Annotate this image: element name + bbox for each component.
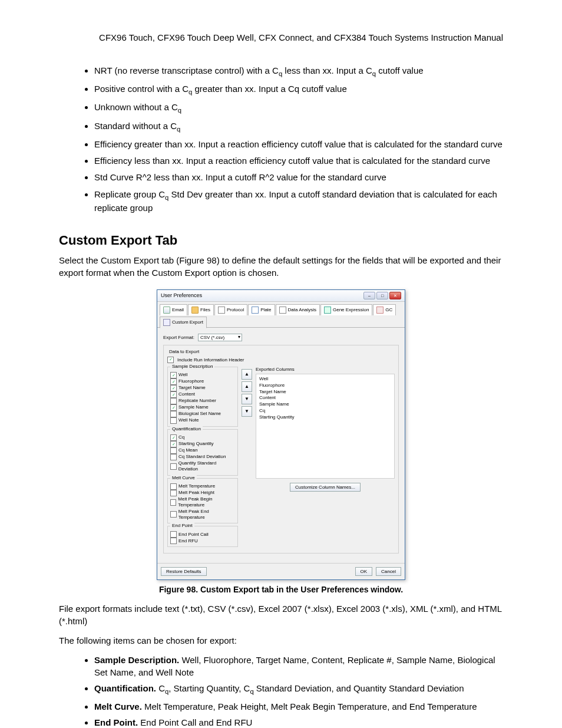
customize-column-names-button[interactable]: Customize Column Names...	[290, 483, 361, 492]
mail-icon	[163, 307, 170, 314]
checkbox-item: ✓Melt Temperature	[170, 483, 235, 490]
checkbox[interactable]: ✓	[170, 441, 177, 447]
sample-description-group: Sample Description ✓Well✓Fluorophore✓Tar…	[167, 367, 238, 427]
list-item: Std Curve R^2 less than xx. Input a cuto…	[94, 172, 503, 183]
ok-button[interactable]: OK	[355, 567, 373, 576]
checkbox-label: Replicate Number	[178, 398, 216, 404]
checkbox[interactable]: ✓	[170, 454, 177, 460]
move-top-button[interactable]: ▲	[242, 369, 252, 380]
exported-column-item[interactable]: Fluorophore	[259, 383, 391, 389]
checkbox-item: ✓Starting Quantity	[170, 441, 235, 447]
checkbox-label: Quantity Standard Deviation	[178, 460, 235, 473]
tab-gc[interactable]: GC	[373, 304, 396, 315]
figure-caption: Figure 98. Custom Export tab in the User…	[59, 585, 503, 594]
export-format-combo[interactable]: CSV (*.csv)	[198, 334, 242, 341]
checkbox-label: Cq Standard Deviation	[178, 454, 226, 460]
tab-protocol[interactable]: Protocol	[214, 304, 247, 315]
checkbox[interactable]: ✓	[170, 538, 177, 544]
checkbox-label: Melt Peak Begin Temperature	[178, 496, 235, 509]
fieldset-legend: Data to Export	[167, 349, 201, 354]
tab-data-analysis[interactable]: Data Analysis	[276, 304, 320, 315]
checkbox-item: ✓Cq Mean	[170, 447, 235, 454]
checkbox[interactable]: ✓	[170, 434, 177, 441]
checkbox-label: Melt Peak End Temperature	[178, 509, 235, 521]
checkbox-label: Target Name	[178, 385, 206, 391]
page: CFX96 Touch, CFX96 Touch Deep Well, CFX …	[0, 0, 562, 728]
checkbox-item: ✓Well	[170, 372, 235, 378]
close-icon[interactable]: ✕	[389, 292, 401, 299]
restore-defaults-button[interactable]: Restore Defaults	[161, 567, 207, 576]
gene-expression-icon	[324, 307, 331, 314]
checkbox[interactable]: ✓	[170, 499, 176, 506]
checkbox-label: End Point Call	[178, 532, 209, 538]
checkbox[interactable]: ✓	[170, 490, 177, 496]
reorder-buttons: ▲ ▲ ▼ ▼	[242, 367, 252, 549]
list-item: Efficiency less than xx. Input a reactio…	[94, 155, 503, 167]
options-column: Sample Description ✓Well✓Fluorophore✓Tar…	[167, 367, 238, 549]
checkbox-label: Well	[178, 372, 187, 378]
exported-column-item[interactable]: Cq	[259, 408, 391, 414]
checkbox-label: Content	[178, 391, 195, 397]
list-item: NRT (no reverse transcriptase control) w…	[94, 65, 503, 78]
export-items-intro: The following items can be chosen for ex…	[59, 634, 503, 647]
checkbox[interactable]: ✓	[170, 398, 177, 404]
checkbox[interactable]: ✓	[170, 531, 177, 538]
list-item: Efficiency greater than xx. Input a reac…	[94, 139, 503, 150]
move-up-button[interactable]: ▲	[242, 381, 252, 392]
checkbox-label: Cq	[178, 434, 184, 440]
tab-custom-export[interactable]: Custom Export	[160, 317, 207, 328]
dialog-titlebar: User Preferences – □ ✕	[157, 290, 405, 302]
checkbox-label: Sample Name	[178, 404, 209, 410]
list-item: Melt Curve. Melt Temperature, Peak Heigh…	[94, 700, 503, 713]
data-analysis-icon	[279, 307, 286, 314]
checkbox-item: ✓Cq Standard Deviation	[170, 454, 235, 460]
dialog-footer: Restore Defaults OK Cancel	[157, 563, 405, 579]
checkbox-label: Fluorophore	[178, 378, 204, 384]
checkbox[interactable]: ✓	[170, 417, 177, 424]
checkbox[interactable]: ✓	[170, 483, 177, 490]
move-bottom-button[interactable]: ▼	[242, 406, 252, 417]
maximize-icon[interactable]: □	[376, 292, 388, 299]
exported-columns-list[interactable]: WellFluorophoreTarget NameContentSample …	[256, 374, 395, 479]
export-formats-paragraph: File export formats include text (*.txt)…	[59, 602, 503, 627]
checkbox[interactable]: ✓	[170, 372, 177, 378]
exported-column-item[interactable]: Starting Quantity	[259, 414, 391, 421]
cancel-button[interactable]: Cancel	[376, 567, 401, 576]
include-header-checkbox[interactable]: ✓	[167, 357, 174, 363]
list-item: Standard without a Cq	[94, 120, 503, 134]
gc-icon	[376, 307, 384, 314]
checkbox-item: ✓Biological Set Name	[170, 411, 235, 417]
tab-files[interactable]: Files	[188, 304, 214, 315]
move-down-button[interactable]: ▼	[242, 394, 252, 404]
checkbox[interactable]: ✓	[170, 385, 177, 391]
exported-column-item[interactable]: Content	[259, 395, 391, 401]
list-item: End Point. End Point Call and End RFU	[94, 716, 503, 728]
checkbox-item: ✓Fluorophore	[170, 378, 235, 385]
checkbox-item: ✓End RFU	[170, 538, 235, 544]
checkbox[interactable]: ✓	[170, 411, 177, 417]
exported-column-item[interactable]: Sample Name	[259, 401, 391, 408]
checkbox-label: Biological Set Name	[178, 411, 221, 417]
checkbox[interactable]: ✓	[170, 463, 177, 470]
checkbox-item: ✓Melt Peak Begin Temperature	[170, 496, 235, 509]
tab-email[interactable]: Email	[160, 304, 187, 315]
exported-column-item[interactable]: Target Name	[259, 389, 391, 396]
tab-plate[interactable]: Plate	[248, 304, 275, 315]
checkbox[interactable]: ✓	[170, 404, 177, 411]
checkbox-item: ✓Target Name	[170, 385, 235, 391]
tab-gene-expression[interactable]: Gene Expression	[320, 304, 372, 315]
checkbox[interactable]: ✓	[170, 447, 177, 454]
checkbox[interactable]: ✓	[170, 391, 177, 398]
checkbox[interactable]: ✓	[170, 378, 177, 385]
minimize-icon[interactable]: –	[363, 292, 375, 299]
checkbox[interactable]: ✓	[170, 511, 177, 518]
exported-column-item[interactable]: Well	[259, 376, 391, 383]
dialog-title: User Preferences	[161, 292, 202, 298]
figure: User Preferences – □ ✕ Email Files Proto…	[59, 289, 503, 580]
list-item: Replicate group Cq Std Dev greater than …	[94, 189, 503, 214]
dialog-body: Export Format: CSV (*.csv) Data to Expor…	[157, 327, 405, 563]
quantification-group: Quantification ✓Cq✓Starting Quantity✓Cq …	[167, 429, 238, 476]
protocol-icon	[218, 307, 225, 314]
include-header-label: Include Run Information Header	[177, 357, 244, 363]
intro-paragraph: Select the Custom Export tab (Figure 98)…	[59, 254, 503, 279]
